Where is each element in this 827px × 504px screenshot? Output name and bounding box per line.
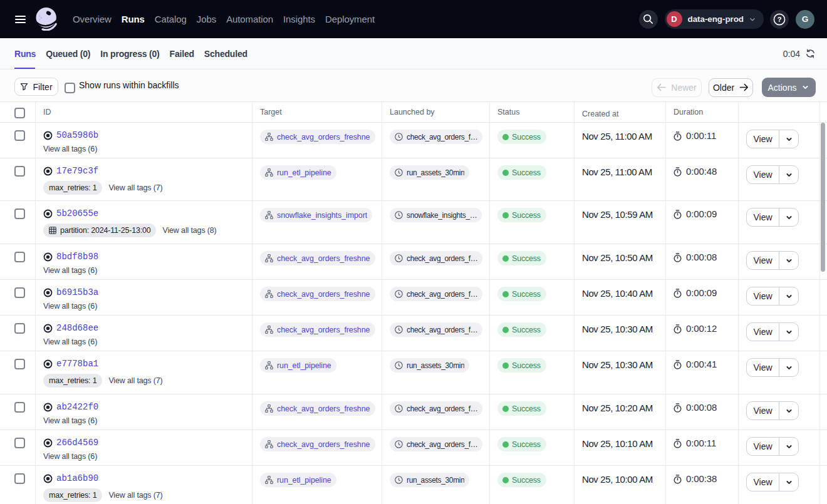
svg-text:?: ? [778, 16, 782, 23]
